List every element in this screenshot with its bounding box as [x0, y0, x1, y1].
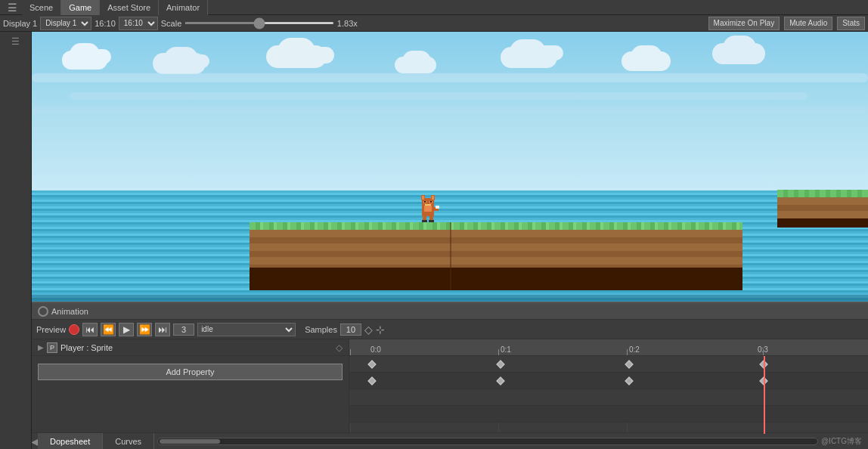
prev-frame-btn[interactable]: ⏪ — [101, 323, 116, 336]
svg-rect-4 — [422, 196, 424, 200]
keyframe-2-1[interactable] — [496, 376, 504, 385]
record-button[interactable] — [69, 324, 79, 335]
svg-rect-11 — [424, 206, 432, 212]
tab-asset-store[interactable]: Asset Store — [100, 0, 159, 15]
dopesheet-tab[interactable]: Dopesheet — [38, 433, 103, 450]
game-viewport: Animation Preview ⏮ ⏪ ▶ ⏩ ⏭ idle Samples… — [32, 32, 868, 449]
svg-rect-5 — [432, 196, 434, 200]
scale-value: 1.83x — [337, 19, 358, 28]
samples-input[interactable] — [340, 324, 361, 336]
aspect-select[interactable]: 16:10 — [119, 17, 158, 30]
skip-to-end-btn[interactable]: ⏭ — [155, 323, 170, 336]
timeline-scrollbar[interactable] — [157, 438, 818, 445]
anim-header: Animation — [32, 303, 868, 320]
anim-clock-icon — [38, 306, 48, 317]
keyframe-2-0[interactable] — [367, 376, 376, 385]
tab-game[interactable]: Game — [61, 0, 100, 15]
stats-btn[interactable]: Stats — [837, 17, 865, 30]
tab-scene[interactable]: Scene — [22, 0, 61, 15]
svg-rect-9 — [430, 201, 432, 203]
ruler-mark-0: 0:0 — [370, 345, 381, 354]
keyframe-1-2[interactable] — [625, 360, 633, 368]
left-icon-1: ☰ — [11, 36, 20, 47]
timeline-rows — [349, 356, 868, 434]
ruler-mark-2: 0:2 — [629, 345, 640, 354]
svg-rect-14 — [422, 220, 427, 222]
timeline-row-3 — [349, 389, 868, 406]
bottom-bar: ◀ Dopesheet Curves @ICTG博客 — [32, 432, 868, 449]
anim-content: ▶ P Player : Sprite ◇ Add Property 0:0 — [32, 339, 868, 434]
game-toolbar: Display 1 Display 1 16:10 16:10 Scale 1.… — [0, 15, 868, 32]
display-label: Display 1 — [3, 19, 37, 28]
property-panel: ▶ P Player : Sprite ◇ Add Property — [32, 339, 349, 434]
mute-btn[interactable]: Mute Audio — [784, 17, 832, 30]
tab-bar: ☰ Scene Game Asset Store Animator — [0, 0, 868, 15]
svg-rect-17 — [436, 206, 439, 209]
scale-slider[interactable] — [184, 22, 334, 24]
preview-label: Preview — [36, 325, 66, 334]
expand-icon[interactable]: ▶ — [38, 343, 44, 351]
add-property-button[interactable]: Add Property — [38, 364, 343, 380]
aspect-label: 16:10 — [95, 19, 116, 28]
frame-input[interactable] — [173, 324, 194, 336]
svg-rect-15 — [429, 220, 434, 222]
timeline-row-4 — [349, 406, 868, 423]
next-frame-btn[interactable]: ⏩ — [137, 323, 152, 336]
add-key-btn[interactable]: ⊹ — [376, 324, 385, 336]
property-type-icon: P — [47, 342, 57, 353]
anim-title-text: Animation — [51, 307, 88, 316]
float-platform — [777, 190, 868, 228]
keyframe-1-0[interactable] — [367, 360, 376, 368]
diamond-btn[interactable]: ◇ — [364, 324, 373, 336]
tab-animator[interactable]: Animator — [159, 0, 208, 15]
add-property-container: Add Property — [32, 359, 349, 385]
ruler-mark-1: 0:1 — [501, 345, 511, 354]
platform-divider — [450, 222, 451, 290]
maximize-btn[interactable]: Maximize On Play — [708, 17, 780, 30]
anim-toolbar: Preview ⏮ ⏪ ▶ ⏩ ⏭ idle Samples ◇ ⊹ — [32, 320, 868, 339]
timeline-panel: 0:0 0:1 0:2 0:3 — [349, 339, 868, 434]
hamburger-icon[interactable]: ☰ — [3, 2, 22, 14]
property-diamond-btn[interactable]: ◇ — [336, 342, 343, 353]
playhead — [764, 356, 765, 434]
property-name-text: Player : Sprite — [60, 343, 333, 352]
timeline-scroll-left-btn[interactable]: ◀ — [32, 433, 38, 450]
samples-label: Samples — [305, 325, 337, 334]
timeline-row-1 — [349, 356, 868, 373]
keyframe-1-1[interactable] — [496, 360, 504, 368]
svg-rect-8 — [424, 201, 426, 203]
keyframe-2-2[interactable] — [625, 376, 633, 385]
timeline-row-2 — [349, 373, 868, 389]
main-platform — [250, 222, 743, 290]
toolbar-right: Maximize On Play Mute Audio Stats — [708, 17, 865, 30]
watermark-text: @ICTG博客 — [821, 436, 868, 447]
scroll-thumb — [160, 439, 220, 444]
anim-title: Animation — [38, 306, 88, 317]
skip-to-start-btn[interactable]: ⏮ — [82, 323, 98, 336]
scale-label: Scale — [161, 19, 182, 28]
play-btn[interactable]: ▶ — [119, 323, 134, 336]
left-panel: ☰ — [0, 32, 32, 449]
timeline-ruler: 0:0 0:1 0:2 0:3 — [349, 339, 868, 356]
animation-panel: Animation Preview ⏮ ⏪ ▶ ⏩ ⏭ idle Samples… — [32, 302, 868, 449]
clip-select[interactable]: idle — [197, 323, 296, 336]
scale-container: Scale 1.83x — [161, 19, 358, 28]
display-select[interactable]: Display 1 — [40, 17, 91, 30]
curves-tab[interactable]: Curves — [103, 433, 154, 450]
player-character — [416, 195, 440, 222]
property-row-1: ▶ P Player : Sprite ◇ — [32, 339, 349, 356]
